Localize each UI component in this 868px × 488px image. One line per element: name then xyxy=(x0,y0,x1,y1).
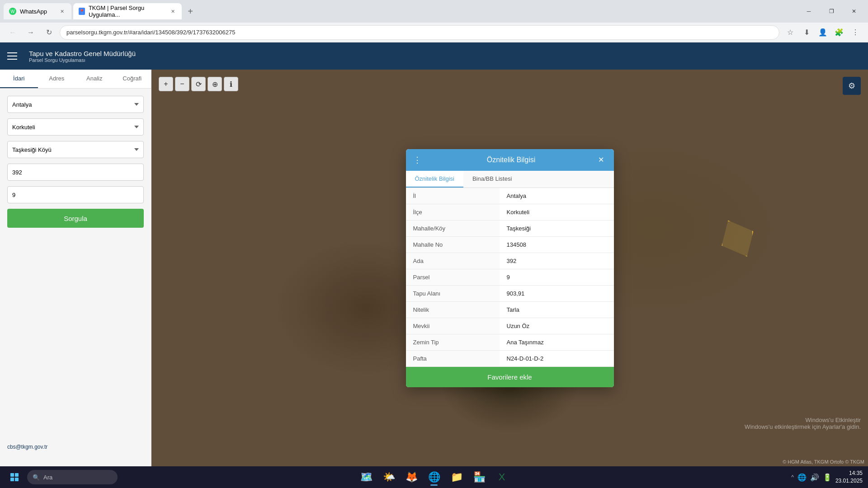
row-value: Antalya xyxy=(500,188,614,204)
row-label: Parsel xyxy=(406,269,500,285)
map-area: + − ⟳ ⊕ ℹ ⚙ Windows'u Etkinleştir Window… xyxy=(151,70,868,466)
row-label: Mahalle No xyxy=(406,236,500,253)
sidebar-tab-adres[interactable]: Adres xyxy=(38,70,76,88)
new-tab-button[interactable]: + xyxy=(184,5,197,18)
taskbar-date-value: 23.01.2025 xyxy=(835,477,863,485)
modal-header: ⋮ Öznitelik Bilgisi ✕ xyxy=(406,149,614,171)
sorgu-button[interactable]: Sorgula xyxy=(7,209,144,228)
favorites-button[interactable]: Favorilere ekle xyxy=(487,373,532,381)
taskbar-time-value: 14:35 xyxy=(835,469,863,477)
download-icon[interactable]: ⬇ xyxy=(799,25,814,40)
sidebar-tab-cografi[interactable]: Coğrafi xyxy=(113,70,151,88)
tab-tkgm-close[interactable]: ✕ xyxy=(169,7,176,15)
info-table: İlAntalyaİlçeKorkuteliMahalle/KöyTaşkesi… xyxy=(406,188,614,367)
brand-subtitle: Parsel Sorgu Uygulaması xyxy=(29,57,136,63)
taskbar-chrome-app[interactable]: 🌐 xyxy=(424,467,444,487)
search-label: Ara xyxy=(43,474,52,481)
hamburger-menu[interactable] xyxy=(7,49,22,63)
modal-dialog: ⋮ Öznitelik Bilgisi ✕ Öznitelik Bilgisi … xyxy=(406,149,614,387)
taskbar-explorer-app[interactable]: 🗺️ xyxy=(356,467,376,487)
profile-icon[interactable]: 👤 xyxy=(816,25,830,40)
browser-titlebar: W WhatsApp ✕ 📍 TKGM | Parsel Sorgu Uygul… xyxy=(0,0,868,23)
taskbar-excel-app[interactable]: X xyxy=(492,467,512,487)
taskbar-right: ^ 🌐 🔊 🔋 14:35 23.01.2025 xyxy=(791,469,863,485)
modal-tab-bina[interactable]: Bina/BB Listesi xyxy=(463,171,521,188)
taskbar-firefox-app[interactable]: 🦊 xyxy=(401,467,421,487)
toolbar-icons: ☆ ⬇ 👤 🧩 ⋮ xyxy=(783,25,863,40)
refresh-button[interactable]: ↻ xyxy=(42,25,56,40)
mahalle-select[interactable]: Taşkesiği Köyü xyxy=(7,141,144,158)
parsel-input[interactable] xyxy=(7,186,144,203)
taskbar-apps: 🗺️ 🌤️ 🦊 🌐 📁 🏪 X xyxy=(356,467,512,487)
modal-overlay: ⋮ Öznitelik Bilgisi ✕ Öznitelik Bilgisi … xyxy=(151,70,868,466)
ilce-select[interactable]: Korkuteli xyxy=(7,118,144,136)
row-label: Mevkii xyxy=(406,318,500,334)
taskbar-datetime[interactable]: 14:35 23.01.2025 xyxy=(835,469,863,485)
tab-whatsapp-label: WhatsApp xyxy=(20,8,47,15)
table-row: Zemin TipAna Taşınmaz xyxy=(406,334,614,350)
row-value: 903,91 xyxy=(500,285,614,301)
tab-tkgm-label: TKGM | Parsel Sorgu Uygulama... xyxy=(89,5,165,18)
app-navbar: Tapu ve Kadastro Genel Müdürlüğü Parsel … xyxy=(0,42,868,70)
row-value: 9 xyxy=(500,269,614,285)
modal-menu-icon[interactable]: ⋮ xyxy=(413,155,421,165)
sidebar-tab-analiz[interactable]: Analiz xyxy=(75,70,113,88)
tab-whatsapp-close[interactable]: ✕ xyxy=(58,7,66,15)
il-select[interactable]: Antalya xyxy=(7,96,144,113)
tab-whatsapp[interactable]: W WhatsApp ✕ xyxy=(4,3,71,19)
app-brand: Tapu ve Kadastro Genel Müdürlüğü Parsel … xyxy=(29,50,136,63)
row-label: İl xyxy=(406,188,500,204)
row-label: İlçe xyxy=(406,204,500,220)
table-row: Ada392 xyxy=(406,253,614,269)
chevron-up-icon[interactable]: ^ xyxy=(791,474,794,480)
browser-toolbar: ← → ↻ parselsorgu.tkgm.gov.tr/#ara/idari… xyxy=(0,23,868,42)
table-row: Tapu Alanı903,91 xyxy=(406,285,614,301)
row-value: Korkuteli xyxy=(500,204,614,220)
ada-input[interactable] xyxy=(7,164,144,181)
modal-tabs: Öznitelik Bilgisi Bina/BB Listesi xyxy=(406,171,614,188)
sidebar-tabs: İdari Adres Analiz Coğrafi xyxy=(0,70,151,89)
table-row: MevkiiUzun Öz xyxy=(406,318,614,334)
modal-close-button[interactable]: ✕ xyxy=(596,155,607,165)
extension-icon[interactable]: 🧩 xyxy=(832,25,846,40)
sidebar-footer: cbs@tkgm.gov.tr xyxy=(0,436,151,457)
restore-button[interactable]: ❐ xyxy=(821,4,842,19)
battery-icon: 🔋 xyxy=(823,473,832,482)
taskbar-search[interactable]: 🔍 Ara xyxy=(27,470,118,484)
row-value: N24-D-01-D-2 xyxy=(500,350,614,366)
modal-footer: Favorilere ekle xyxy=(406,367,614,387)
row-value: Uzun Öz xyxy=(500,318,614,334)
row-value: Ana Taşınmaz xyxy=(500,334,614,350)
table-row: İlAntalya xyxy=(406,188,614,204)
address-bar[interactable]: parselsorgu.tkgm.gov.tr/#ara/idari/13450… xyxy=(60,25,779,40)
network-icon: 🌐 xyxy=(797,473,807,482)
modal-tab-oznitelik[interactable]: Öznitelik Bilgisi xyxy=(406,171,463,188)
minimize-button[interactable]: ─ xyxy=(798,4,819,19)
taskbar-weather-app[interactable]: 🌤️ xyxy=(379,467,399,487)
footer-email-link[interactable]: cbs@tkgm.gov.tr xyxy=(7,444,47,450)
tab-tkgm[interactable]: 📍 TKGM | Parsel Sorgu Uygulama... ✕ xyxy=(73,3,182,19)
row-value: 392 xyxy=(500,253,614,269)
row-label: Zemin Tip xyxy=(406,334,500,350)
menu-icon[interactable]: ⋮ xyxy=(848,25,863,40)
taskbar-store-app[interactable]: 🏪 xyxy=(469,467,489,487)
bookmark-icon[interactable]: ☆ xyxy=(783,25,797,40)
whatsapp-icon: W xyxy=(9,8,16,15)
taskbar: 🔍 Ara 🗺️ 🌤️ 🦊 🌐 📁 🏪 X xyxy=(0,466,868,488)
modal-body: İlAntalyaİlçeKorkuteliMahalle/KöyTaşkesi… xyxy=(406,188,614,367)
forward-button[interactable]: → xyxy=(24,25,38,40)
start-button[interactable] xyxy=(5,468,24,486)
volume-icon: 🔊 xyxy=(810,473,819,482)
search-icon: 🔍 xyxy=(33,474,40,481)
row-label: Mahalle/Köy xyxy=(406,220,500,236)
table-row: İlçeKorkuteli xyxy=(406,204,614,220)
modal-title: Öznitelik Bilgisi xyxy=(427,156,596,164)
sidebar-tab-idari[interactable]: İdari xyxy=(0,70,38,88)
table-row: Parsel9 xyxy=(406,269,614,285)
url-text: parselsorgu.tkgm.gov.tr/#ara/idari/13450… xyxy=(66,29,235,36)
taskbar-files-app[interactable]: 📁 xyxy=(447,467,467,487)
main-layout: İdari Adres Analiz Coğrafi Antalya Korku… xyxy=(0,70,868,466)
back-button[interactable]: ← xyxy=(5,25,20,40)
sidebar: İdari Adres Analiz Coğrafi Antalya Korku… xyxy=(0,70,151,466)
close-button[interactable]: ✕ xyxy=(844,4,864,19)
